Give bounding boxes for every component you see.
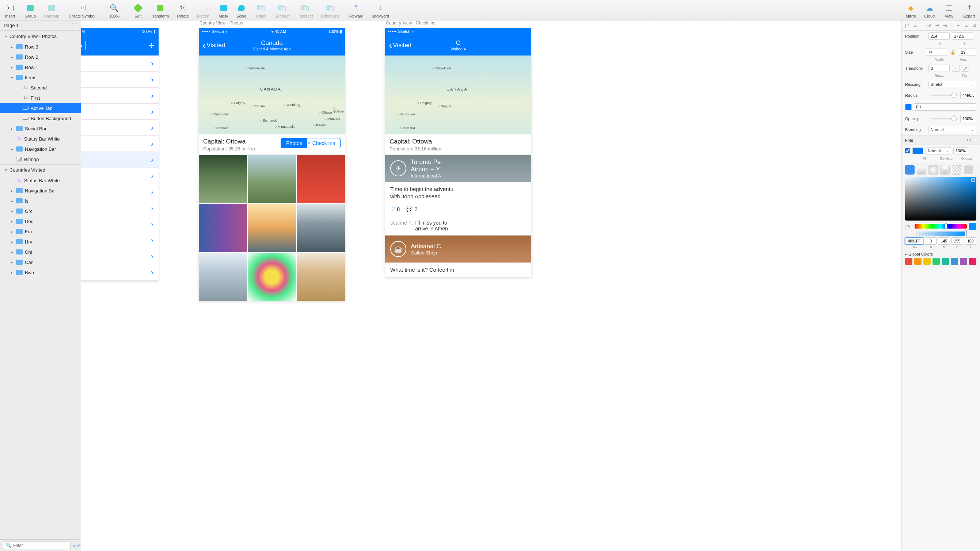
align-top-icon[interactable]: ⫟: [955, 22, 961, 29]
comment-button[interactable]: 💬 2: [406, 206, 417, 212]
hex-input[interactable]: [905, 237, 923, 245]
canvas[interactable]: M 100% ▮ Map +: [81, 21, 901, 551]
align-right-edge-icon[interactable]: ⫥: [942, 22, 948, 29]
color-swatch[interactable]: [942, 258, 949, 265]
eyedropper-icon[interactable]: ✎: [905, 223, 912, 230]
add-fill-icon[interactable]: +: [974, 137, 976, 143]
artboard-checkins[interactable]: Country View - Check Ins Sketch ᯤ Visite…: [385, 21, 531, 277]
align-bottom-icon[interactable]: ⫡: [971, 22, 978, 29]
segment-photos[interactable]: Photos: [286, 140, 302, 146]
map-button[interactable]: Map: [81, 41, 86, 50]
layer-row[interactable]: Bitmap: [0, 154, 81, 164]
color-field[interactable]: [905, 177, 976, 221]
g-input[interactable]: [938, 237, 950, 245]
align-left-icon[interactable]: |⫞: [904, 22, 911, 29]
layer-row[interactable]: ▸Row 2: [0, 52, 81, 62]
pattern-type[interactable]: [952, 165, 961, 175]
zoom-control[interactable]: − 🔍 + 100%: [103, 2, 125, 18]
r-input[interactable]: [925, 237, 937, 245]
align-left-edge-icon[interactable]: ⫣: [925, 22, 932, 29]
layer-row[interactable]: ▸Navigation Bar: [0, 144, 81, 154]
layer-row[interactable]: Button Background: [0, 113, 81, 124]
layer-row[interactable]: ▸Social Bar: [0, 124, 81, 133]
opacity-slider[interactable]: .insp-slider:nth-of-type(2)::after{left:…: [931, 118, 956, 119]
edit-button[interactable]: Edit: [132, 2, 144, 18]
noise-type[interactable]: [964, 165, 973, 175]
rotate-input[interactable]: [929, 65, 950, 72]
layer-row[interactable]: ▸Isl: [0, 196, 81, 206]
ungroup-button[interactable]: Ungroup: [42, 2, 60, 18]
layer-row[interactable]: Second: [0, 83, 81, 93]
radius-slider[interactable]: .insp-slider::after{left:0}: [931, 95, 956, 96]
create-symbol-button[interactable]: ↻ Create Symbol: [67, 2, 97, 18]
linear-gradient-type[interactable]: [917, 165, 926, 175]
zoom-out-icon[interactable]: −: [105, 5, 108, 11]
back-button[interactable]: Visited: [199, 41, 229, 49]
cloud-button[interactable]: ☁Cloud: [923, 2, 936, 18]
gear-icon[interactable]: ⚙: [967, 137, 971, 143]
photo-thumbnail[interactable]: [199, 252, 247, 301]
resizing-select[interactable]: Stretch: [929, 81, 976, 88]
layer-row[interactable]: ▸Chl: [0, 247, 81, 257]
radial-gradient-type[interactable]: [929, 165, 938, 175]
height-input[interactable]: [959, 49, 976, 56]
color-swatch[interactable]: [960, 258, 967, 265]
segment-checkins[interactable]: Check Ins: [307, 138, 340, 148]
blending-select[interactable]: Normal: [929, 126, 976, 133]
align-h-center-icon[interactable]: ⫤: [933, 22, 940, 29]
flip-vertical-icon[interactable]: ⇵: [961, 65, 969, 71]
intersect-button[interactable]: Intersect: [296, 2, 314, 18]
layer-row[interactable]: ▸Grc: [0, 206, 81, 216]
layer-row[interactable]: ▸Deu: [0, 216, 81, 226]
export-button[interactable]: ⤴Export: [962, 2, 976, 18]
width-input[interactable]: [926, 49, 947, 56]
photo-thumbnail[interactable]: [199, 155, 247, 203]
layer-row[interactable]: ▸Row 3: [0, 41, 81, 52]
artboard-title[interactable]: Country View - Check Ins: [385, 21, 531, 28]
layer-section-header[interactable]: ▾Country View - Photos: [0, 31, 81, 41]
artboard-title[interactable]: Country View - Photos: [199, 21, 345, 28]
flatten-button[interactable]: Flatten: [196, 2, 211, 18]
artboard-grid-icon[interactable]: [72, 23, 77, 28]
color-picker-dot[interactable]: [971, 178, 975, 182]
fill-color-swatch[interactable]: [912, 148, 923, 154]
align-center-h-icon[interactable]: ⫠: [912, 22, 919, 29]
global-colors-header[interactable]: Global Colors: [905, 252, 976, 256]
layer-row[interactable]: ▸Can: [0, 257, 81, 267]
color-swatch[interactable]: [905, 258, 912, 265]
backward-button[interactable]: ⤓Backward: [370, 2, 391, 18]
lock-icon[interactable]: 🔒: [949, 50, 957, 55]
color-swatch[interactable]: [932, 258, 940, 265]
difference-button[interactable]: Difference: [319, 2, 340, 18]
photo-thumbnail[interactable]: [248, 155, 296, 203]
layer-row[interactable]: ▸Bwa: [0, 267, 81, 278]
fill-opacity-input[interactable]: [953, 147, 969, 154]
subtract-button[interactable]: Subtract: [273, 2, 291, 18]
layer-row[interactable]: First: [0, 93, 81, 103]
layer-row[interactable]: ▸Row 1: [0, 62, 81, 72]
b-input[interactable]: [951, 237, 963, 245]
mask-button[interactable]: Mask: [217, 2, 230, 18]
fill-blend-select[interactable]: Normal: [926, 147, 951, 154]
layer-filter[interactable]: 🔍: [3, 541, 70, 549]
flat-color-type[interactable]: [905, 165, 915, 175]
union-button[interactable]: Union: [254, 2, 268, 18]
position-y-input[interactable]: [952, 32, 973, 40]
photo-thumbnail[interactable]: [248, 252, 296, 301]
layer-section-header[interactable]: ▾Countries Visited: [0, 164, 81, 175]
color-swatch[interactable]: [951, 258, 958, 265]
layer-row[interactable]: ▸Navigation Bar: [0, 186, 81, 196]
group-button[interactable]: Group: [23, 2, 38, 18]
fill-type-select[interactable]: Fill: [914, 103, 976, 111]
color-swatch[interactable]: [969, 258, 976, 265]
zoom-in-icon[interactable]: +: [120, 5, 124, 11]
photo-thumbnail[interactable]: [297, 204, 345, 252]
insert-button[interactable]: + Insert: [4, 2, 17, 18]
transform-button[interactable]: Transform: [150, 2, 171, 18]
fill-enabled-checkbox[interactable]: [905, 148, 910, 153]
add-button[interactable]: +: [144, 40, 159, 51]
segmented-control[interactable]: Photos Check Ins: [281, 138, 340, 148]
back-button[interactable]: Visited: [385, 41, 415, 49]
radius-input[interactable]: [960, 92, 976, 99]
position-x-input[interactable]: [929, 32, 950, 40]
